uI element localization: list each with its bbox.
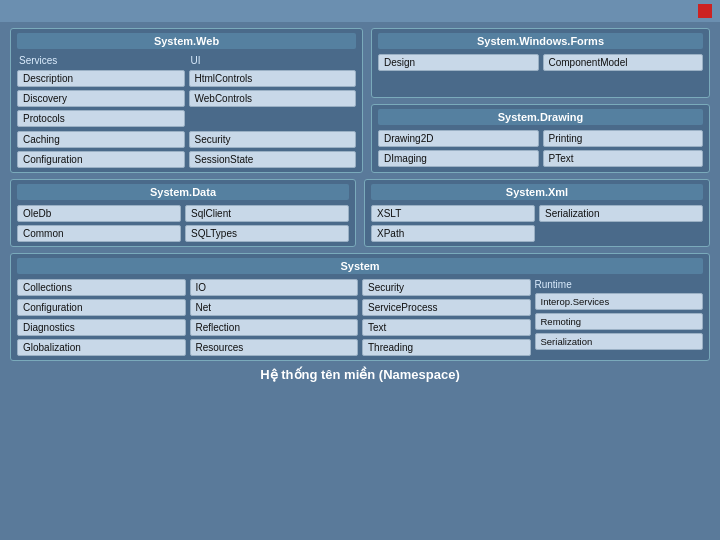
sessionstate-item: SessionState — [189, 151, 357, 168]
dimaging-item: DImaging — [378, 150, 539, 167]
sqlclient-item: SqlClient — [185, 205, 349, 222]
reflection-item: Reflection — [190, 319, 359, 336]
caching-item: Caching — [17, 131, 185, 148]
serialization-sys-item: Serialization — [535, 333, 704, 350]
security-web-item: Security — [189, 131, 357, 148]
top-bar — [0, 0, 720, 22]
interopservices-item: Interop.Services — [535, 293, 704, 310]
configuration-web-item: Configuration — [17, 151, 185, 168]
serialization-xml-item: Serialization — [539, 205, 703, 222]
main-container: System.Web Services Description Discover… — [0, 22, 720, 386]
remoting-item: Remoting — [535, 313, 704, 330]
security-sys-item: Security — [362, 279, 531, 296]
row-3: System Collections Configuration Diagnos… — [10, 253, 710, 361]
text-item: Text — [362, 319, 531, 336]
diagnostics-item: Diagnostics — [17, 319, 186, 336]
system-xml-box: System.Xml XSLT XPath Serialization — [364, 179, 710, 247]
drawing2d-item: Drawing2D — [378, 130, 539, 147]
row-2: System.Data OleDb Common SqlClient SQLTy… — [10, 179, 710, 247]
configuration-sys-item: Configuration — [17, 299, 186, 316]
system-data-title: System.Data — [17, 184, 349, 200]
serviceprocess-item: ServiceProcess — [362, 299, 531, 316]
system-xml-title: System.Xml — [371, 184, 703, 200]
ptext-item: PText — [543, 150, 704, 167]
description-item: Description — [17, 70, 185, 87]
system-web-title: System.Web — [17, 33, 356, 49]
system-windows-forms-title: System.Windows.Forms — [378, 33, 703, 49]
io-item: IO — [190, 279, 359, 296]
system-drawing-box: System.Drawing Drawing2D DImaging Printi… — [371, 104, 710, 174]
footer-label: Hệ thống tên miền (Namespace) — [10, 367, 710, 382]
runtime-title: Runtime — [535, 279, 704, 290]
webcontrols-item: WebControls — [189, 90, 357, 107]
threading-item: Threading — [362, 339, 531, 356]
componentmodel-item: ComponentModel — [543, 54, 704, 71]
net-item: Net — [190, 299, 359, 316]
system-data-box: System.Data OleDb Common SqlClient SQLTy… — [10, 179, 356, 247]
discovery-item: Discovery — [17, 90, 185, 107]
xpath-item: XPath — [371, 225, 535, 242]
oledb-item: OleDb — [17, 205, 181, 222]
system-web-box: System.Web Services Description Discover… — [10, 28, 363, 173]
services-header: Services — [17, 54, 185, 67]
ui-header: UI — [189, 54, 357, 67]
globalization-item: Globalization — [17, 339, 186, 356]
collections-item: Collections — [17, 279, 186, 296]
protocols-item: Protocols — [17, 110, 185, 127]
sqltypes-item: SQLTypes — [185, 225, 349, 242]
design-item: Design — [378, 54, 539, 71]
resources-item: Resources — [190, 339, 359, 356]
system-windows-forms-box: System.Windows.Forms Design ComponentMod… — [371, 28, 710, 98]
system-box: System Collections Configuration Diagnos… — [10, 253, 710, 361]
runtime-col: Runtime Interop.Services Remoting Serial… — [535, 279, 704, 356]
common-item: Common — [17, 225, 181, 242]
system-drawing-title: System.Drawing — [378, 109, 703, 125]
red-square — [698, 4, 712, 18]
system-title: System — [17, 258, 703, 274]
printing-item: Printing — [543, 130, 704, 147]
htmlcontrols-item: HtmlControls — [189, 70, 357, 87]
xslt-item: XSLT — [371, 205, 535, 222]
row-1: System.Web Services Description Discover… — [10, 28, 710, 173]
